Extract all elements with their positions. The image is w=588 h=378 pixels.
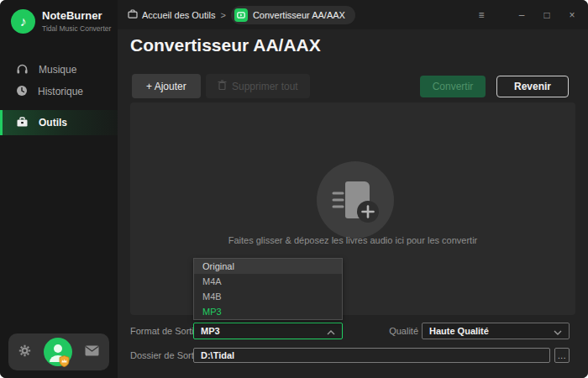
app-window: ♪ NoteBurner Tidal Music Converter Musiq… [0,0,588,378]
sidebar-item-label: Outils [39,117,67,129]
breadcrumb-home-label: Accueil des Outils [142,10,215,20]
sidebar-item-label: Historique [38,86,83,97]
format-value: MP3 [201,326,220,336]
chevron-down-icon [554,323,562,339]
menu-icon[interactable]: ≡ [475,9,487,21]
top-bar: Accueil des Outils > Convertisseur AA/AA… [118,0,588,29]
window-controls: ≡ – □ × [475,0,578,29]
format-option-m4b[interactable]: M4B [194,289,342,304]
user-avatar[interactable] [44,338,72,366]
settings-gear-icon[interactable] [18,344,31,360]
delete-all-label: Supprimer tout [232,81,298,92]
headphones-icon [16,63,29,77]
format-select[interactable]: MP3 [193,323,343,339]
convert-button[interactable]: Convertir [420,76,486,97]
clock-icon [16,85,28,99]
converter-tab-icon [234,8,248,22]
format-option-original[interactable]: Original [194,259,342,274]
output-folder-input[interactable]: D:\Tidal [193,348,550,363]
breadcrumb-separator: > [220,10,225,20]
app-logo: ♪ NoteBurner Tidal Music Converter [11,9,111,34]
chevron-up-icon [327,323,335,339]
upgrade-badge-icon [59,355,70,370]
sidebar-item-musique[interactable]: Musique [0,59,118,81]
quality-label: Qualité [388,326,418,336]
sidebar-item-outils[interactable]: Outils [0,110,118,135]
app-subtitle: Tidal Music Converter [42,24,111,33]
maximize-icon[interactable]: □ [541,9,553,21]
browse-folder-button[interactable]: ... [554,348,570,363]
quality-select[interactable]: Haute Qualité [422,323,570,339]
format-option-m4a[interactable]: M4A [194,274,342,289]
sidebar: ♪ NoteBurner Tidal Music Converter Musiq… [0,0,118,378]
format-dropdown-list: Original M4A M4B MP3 [193,258,343,320]
noteburner-logo-icon: ♪ [11,9,35,34]
output-folder-label: Dossier de Sortie [130,350,201,360]
minimize-icon[interactable]: – [516,9,528,21]
tab-label: Convertisseur AA/AAX [253,10,345,20]
mail-icon[interactable] [85,344,99,360]
toolbox-icon [16,116,29,130]
page-title: Convertisseur AA/AAX [130,35,321,55]
dropzone-hint: Faites glisser & déposez les livres audi… [130,235,575,245]
add-audiobook-icon [317,161,394,239]
sidebar-item-historique[interactable]: Historique [0,81,118,102]
app-name: NoteBurner [42,9,111,22]
tools-home-icon [128,9,138,20]
output-folder-value: D:\Tidal [201,350,234,360]
format-label: Format de Sortie [130,326,199,336]
main-content: Convertisseur AA/AAX + Ajouter Supprimer… [118,29,588,378]
breadcrumb-home[interactable]: Accueil des Outils [128,9,215,20]
quality-value: Haute Qualité [429,326,489,336]
tab-convertisseur[interactable]: Convertisseur AA/AAX [231,6,355,24]
sidebar-item-label: Musique [39,64,76,76]
format-option-mp3[interactable]: MP3 [194,304,342,319]
add-button[interactable]: + Ajouter [132,74,201,98]
close-icon[interactable]: × [566,9,578,21]
sidebar-footer [8,333,109,370]
back-button[interactable]: Revenir [496,76,569,97]
trash-icon [218,80,227,92]
delete-all-button[interactable]: Supprimer tout [206,74,310,98]
